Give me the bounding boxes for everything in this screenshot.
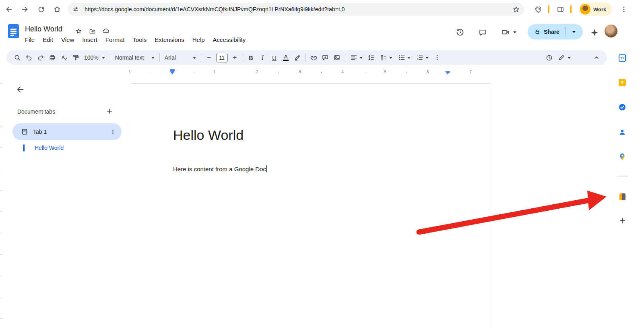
svg-text:1: 1	[417, 54, 418, 57]
menu-bar: File Edit View Insert Format Tools Exten…	[21, 35, 250, 44]
highlight-button[interactable]	[292, 52, 303, 64]
left-indent-triangle[interactable]	[170, 71, 175, 75]
menu-file[interactable]: File	[21, 35, 39, 44]
underline-button[interactable]: U	[268, 52, 280, 64]
version-history-button[interactable]	[454, 26, 466, 39]
print-button[interactable]	[46, 52, 58, 64]
toolbar: 100% Normal text Arial − 11 + B I U A	[6, 50, 607, 65]
pinned-extension-a[interactable]	[548, 5, 549, 13]
add-comment-button[interactable]	[320, 52, 331, 64]
profile-avatar	[580, 4, 590, 15]
menu-accessibility[interactable]: Accessibility	[209, 35, 250, 44]
move-folder-button[interactable]	[87, 26, 97, 36]
share-button[interactable]: Share	[528, 24, 583, 39]
zoom-select[interactable]: 100%	[81, 52, 108, 64]
tab-options-button[interactable]	[107, 126, 118, 137]
checklist-select[interactable]	[377, 52, 395, 64]
line-spacing-button[interactable]	[365, 52, 377, 64]
doc-heading[interactable]: Hello World	[173, 127, 244, 143]
menu-edit[interactable]: Edit	[39, 35, 57, 44]
share-dropdown[interactable]	[566, 31, 583, 33]
tasks-button[interactable]	[616, 101, 629, 114]
first-line-indent-bar[interactable]	[170, 69, 175, 71]
pinned-extension-b[interactable]	[570, 5, 572, 13]
hide-menus-button[interactable]	[590, 52, 602, 64]
menu-help[interactable]: Help	[188, 35, 209, 44]
insert-link-button[interactable]	[308, 52, 320, 64]
doc-title[interactable]: Hello World	[25, 25, 62, 33]
profile-chip[interactable]: Work	[578, 2, 612, 16]
chevron-down-icon	[407, 57, 411, 59]
redo-button[interactable]	[35, 52, 46, 64]
addon-button[interactable]	[616, 190, 629, 203]
side-panel-button[interactable]	[555, 4, 566, 15]
decrease-font-button[interactable]: −	[203, 52, 215, 64]
gemini-button[interactable]	[588, 27, 601, 39]
image-icon	[333, 54, 341, 61]
calendar-button[interactable]: 31	[616, 52, 629, 64]
font-value: Arial	[165, 54, 176, 61]
paragraph-style-value: Normal text	[115, 54, 144, 61]
close-tabs-panel-button[interactable]	[14, 83, 27, 96]
address-bar[interactable]: https://docs.google.com/document/d/1eACV…	[68, 3, 524, 16]
comments-button[interactable]	[476, 26, 489, 39]
menu-extensions[interactable]: Extensions	[151, 35, 188, 44]
paint-format-button[interactable]	[70, 52, 81, 64]
add-tab-button[interactable]	[104, 106, 115, 117]
increase-font-button[interactable]: +	[229, 52, 241, 64]
tab-item-selected[interactable]: Tab 1	[12, 123, 122, 140]
ruler-label: 2	[256, 70, 258, 74]
meet-button[interactable]	[497, 26, 520, 39]
url-text[interactable]: https://docs.google.com/document/d/1eACV…	[85, 6, 510, 12]
chevron-down-icon	[568, 57, 571, 59]
font-size-input[interactable]: 11	[216, 53, 228, 62]
ruler[interactable]: 1 1 2 3 4 5 6 7	[0, 67, 644, 78]
star-doc-button[interactable]	[73, 26, 84, 36]
keep-button[interactable]	[616, 76, 629, 89]
get-addons-button[interactable]	[616, 214, 629, 227]
account-avatar[interactable]	[605, 25, 617, 37]
document-page[interactable]: Hello World Here is content from a Googl…	[131, 83, 490, 332]
browser-menu-button[interactable]	[618, 4, 630, 15]
toolbar-divider	[345, 53, 345, 62]
menu-tools[interactable]: Tools	[128, 35, 151, 44]
italic-button[interactable]: I	[257, 52, 268, 64]
tasks-icon	[618, 103, 626, 111]
menu-format[interactable]: Format	[101, 35, 129, 44]
forward-button[interactable]	[19, 4, 31, 15]
align-select[interactable]	[347, 52, 365, 64]
bulleted-list-select[interactable]	[395, 52, 413, 64]
text-color-button[interactable]: A	[280, 52, 292, 64]
undo-button[interactable]	[23, 52, 35, 64]
search-menus-button[interactable]	[11, 52, 23, 64]
doc-paragraph[interactable]: Here is content from a Google Doc	[173, 165, 267, 172]
cloud-status-button[interactable]	[101, 26, 111, 36]
contacts-button[interactable]	[616, 126, 629, 139]
spellcheck-button[interactable]	[58, 52, 70, 64]
schedule-button[interactable]	[543, 52, 555, 64]
menu-insert[interactable]: Insert	[78, 35, 101, 44]
keep-icon	[619, 79, 626, 86]
bookmark-star-icon[interactable]	[510, 4, 522, 15]
editing-mode-select[interactable]	[555, 52, 574, 64]
menu-view[interactable]: View	[57, 35, 78, 44]
left-indent-marker[interactable]	[169, 69, 175, 75]
more-options-button[interactable]	[431, 52, 443, 64]
right-indent-marker[interactable]	[445, 71, 450, 75]
outline-item[interactable]: Hello World	[23, 144, 64, 151]
back-button[interactable]	[3, 4, 14, 15]
extensions-button[interactable]	[532, 4, 543, 15]
paragraph-style-select[interactable]: Normal text	[112, 52, 157, 64]
font-select[interactable]: Arial	[162, 52, 199, 64]
maps-button[interactable]	[616, 150, 629, 163]
numbered-list-select[interactable]: 12	[413, 52, 431, 64]
insert-image-button[interactable]	[331, 52, 343, 64]
docs-header: Hello World File Edit View Insert Format…	[0, 19, 644, 48]
refresh-button[interactable]	[35, 4, 47, 15]
bold-button[interactable]: B	[245, 52, 257, 64]
home-button[interactable]	[52, 4, 63, 15]
docs-logo[interactable]	[8, 24, 19, 38]
toolbar-divider	[110, 53, 110, 62]
site-info-icon[interactable]	[70, 4, 81, 15]
contacts-icon	[618, 128, 626, 136]
